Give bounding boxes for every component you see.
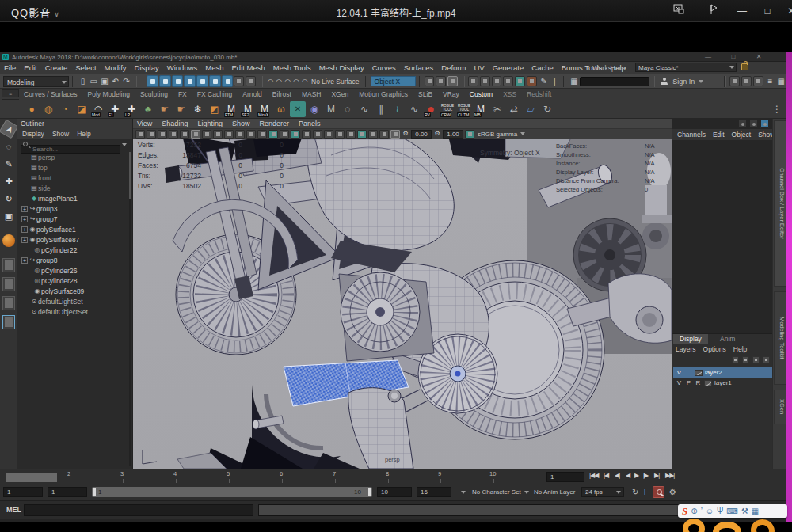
channel-manipulator-icon[interactable] xyxy=(749,120,758,128)
loop-toggle-icon[interactable]: ↻ xyxy=(632,488,638,496)
outliner-item-top[interactable]: ▤top xyxy=(17,162,132,173)
shelf-tab-vray[interactable]: VRay xyxy=(443,90,459,98)
menu-windows[interactable]: Windows xyxy=(167,63,198,72)
outliner-item-imageplane[interactable]: ◆imagePlane1 xyxy=(17,193,132,203)
menu-set-dropdown[interactable]: Modeling xyxy=(3,76,69,87)
shelf-tab-xss[interactable]: XSS xyxy=(503,90,516,98)
snap-projected-center-button[interactable] xyxy=(184,75,196,87)
channel-menu-channels[interactable]: Channels xyxy=(677,131,706,139)
maya-maximize-button[interactable]: □ xyxy=(727,53,740,60)
panel-menu-shading[interactable]: Shading xyxy=(162,120,188,127)
shelf-rv-sphere-icon[interactable]: ●RV xyxy=(423,101,439,117)
grid-toggle-button[interactable]: ▦ xyxy=(569,76,580,87)
paint-select-tool-button[interactable]: ✎ xyxy=(2,157,16,171)
shelf-bars-icon[interactable]: ∥ xyxy=(373,101,389,117)
save-scene-button[interactable]: ▣ xyxy=(99,76,110,87)
menu-generate[interactable]: Generate xyxy=(493,63,524,72)
ime-microphone-icon[interactable]: Ψ xyxy=(717,505,723,518)
shelf-tab-fx[interactable]: FX xyxy=(178,90,187,98)
channel-box-empty[interactable] xyxy=(672,140,773,333)
shelf-snowflake-icon[interactable]: ❄ xyxy=(190,101,206,117)
menu-surfaces[interactable]: Surfaces xyxy=(404,63,434,72)
construction-history-icon[interactable]: ◠ xyxy=(275,78,284,86)
grid-toggle-icon[interactable] xyxy=(191,130,200,139)
shelf-se2-icon[interactable]: MSE2 xyxy=(240,101,256,117)
status-separator[interactable] xyxy=(365,76,367,87)
menu-curves[interactable]: Curves xyxy=(372,63,396,72)
maya-minimize-button[interactable]: — xyxy=(702,53,714,60)
menu-select[interactable]: Select xyxy=(75,63,96,72)
layer-move-down-icon[interactable] xyxy=(742,356,749,363)
playback-start-field[interactable]: 1 xyxy=(48,487,87,497)
hypershade-button[interactable] xyxy=(515,76,525,86)
play-backwards-button[interactable]: ◀ xyxy=(626,472,630,479)
select-object-button[interactable] xyxy=(436,76,446,86)
shelf-scissors-icon[interactable]: ✂ xyxy=(489,101,505,117)
shelf-m-icon[interactable]: M xyxy=(323,101,339,117)
layout-two-pane-button[interactable] xyxy=(2,296,15,310)
shelf-cylinder-icon[interactable]: ◍ xyxy=(40,101,56,117)
minimize-button[interactable]: — xyxy=(733,4,751,18)
layer-tab-anim[interactable]: Anim xyxy=(714,334,741,344)
grid-layout-button[interactable]: ▦ xyxy=(775,76,786,87)
status-separator[interactable] xyxy=(419,76,421,87)
shelf-tab-xgen[interactable]: XGen xyxy=(331,90,348,98)
screen-space-ao-icon[interactable] xyxy=(324,130,333,139)
outliner-item-pcylinder26[interactable]: ◎pCylinder26 xyxy=(17,265,132,276)
ime-toolbox-icon[interactable]: ⚒ xyxy=(741,505,748,518)
shadows-icon[interactable] xyxy=(313,130,322,139)
gamma-field[interactable]: 1.00 xyxy=(443,130,463,139)
chevron-down-icon[interactable] xyxy=(524,491,529,494)
status-separator[interactable] xyxy=(135,76,137,87)
animation-start-field[interactable]: 1 xyxy=(3,487,43,497)
menu-uv[interactable]: UV xyxy=(474,63,484,72)
ime-logo-icon[interactable]: S xyxy=(682,505,687,518)
status-search-input[interactable] xyxy=(580,77,649,86)
ime-keyboard-icon[interactable]: ⌨ xyxy=(726,505,737,518)
sign-in-button[interactable]: Sign In xyxy=(672,78,695,86)
current-frame-field[interactable]: 1 xyxy=(546,472,584,482)
select-camera-icon[interactable] xyxy=(135,130,145,139)
construction-history-icon[interactable]: ◠ xyxy=(300,78,309,86)
status-separator[interactable] xyxy=(724,76,726,87)
shelf-sphere-icon[interactable]: ● xyxy=(24,101,40,117)
layer-color-swatch[interactable] xyxy=(704,380,712,386)
menu-file[interactable]: File xyxy=(4,63,16,72)
safe-title-icon[interactable] xyxy=(257,130,267,139)
layer-menu-options[interactable]: Options xyxy=(703,345,726,354)
outliner-search-input[interactable] xyxy=(21,145,120,154)
channel-slider-icon[interactable] xyxy=(738,120,747,128)
layer-add-icon[interactable] xyxy=(763,356,770,363)
menu-mesh-display[interactable]: Mesh Display xyxy=(319,63,364,72)
maximize-button[interactable]: □ xyxy=(759,4,776,18)
gate-mask-icon[interactable] xyxy=(224,130,234,139)
menu-mesh[interactable]: Mesh xyxy=(205,63,223,72)
render-view-button[interactable] xyxy=(468,76,478,86)
shelf-lp-tool-icon[interactable]: ✚LP xyxy=(124,101,139,117)
shelf-wave2-icon[interactable]: ∿ xyxy=(406,101,422,117)
render-current-frame-button[interactable] xyxy=(480,76,490,86)
layer-move-up-icon[interactable] xyxy=(732,356,739,363)
channel-menu-object[interactable]: Object xyxy=(732,131,752,139)
lasso-tool-button[interactable]: ◌ xyxy=(2,139,16,154)
redo-button[interactable]: ↷ xyxy=(121,76,132,87)
exposure-field[interactable]: 0.00 xyxy=(411,130,432,139)
bookmark-icon[interactable] xyxy=(169,130,178,139)
camera-attributes-icon[interactable] xyxy=(158,130,167,139)
render-settings-button[interactable] xyxy=(503,76,513,86)
outliner-scrollbar[interactable] xyxy=(129,152,131,466)
status-separator[interactable] xyxy=(261,76,263,87)
channel-menu-edit[interactable]: Edit xyxy=(713,131,725,139)
shelf-curve-icon[interactable]: ∿ xyxy=(356,101,372,117)
snap-view-plane-button[interactable] xyxy=(196,75,208,87)
custom-tool-sphere-icon[interactable] xyxy=(2,234,15,247)
shelf-mod-tool-icon[interactable]: ◠Mod xyxy=(90,101,106,117)
sidebar-toggle-attribute-editor-button[interactable] xyxy=(741,76,752,86)
outliner-item-defaultlightset[interactable]: ⊙defaultLightSet xyxy=(17,296,132,306)
image-plane-icon[interactable] xyxy=(180,130,189,139)
workspace-lock-icon[interactable] xyxy=(741,63,748,70)
panel-menu-view[interactable]: View xyxy=(137,120,152,127)
layout-outliner-pane-button[interactable] xyxy=(2,315,15,329)
shelf-planes-icon[interactable]: ◩ xyxy=(207,101,223,117)
motion-blur-icon[interactable] xyxy=(335,130,345,139)
